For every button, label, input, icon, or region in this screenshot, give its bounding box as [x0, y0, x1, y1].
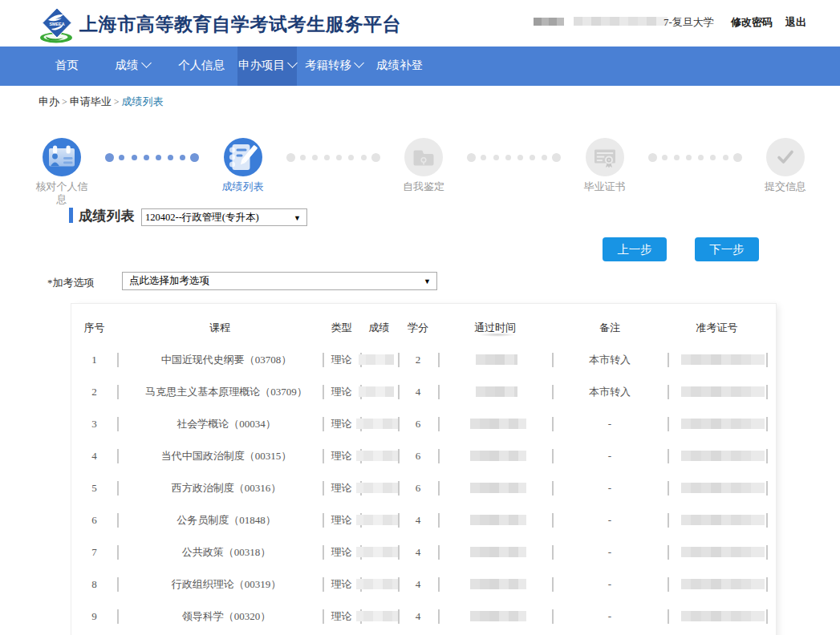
svg-text:SMEEA: SMEEA [49, 22, 64, 26]
